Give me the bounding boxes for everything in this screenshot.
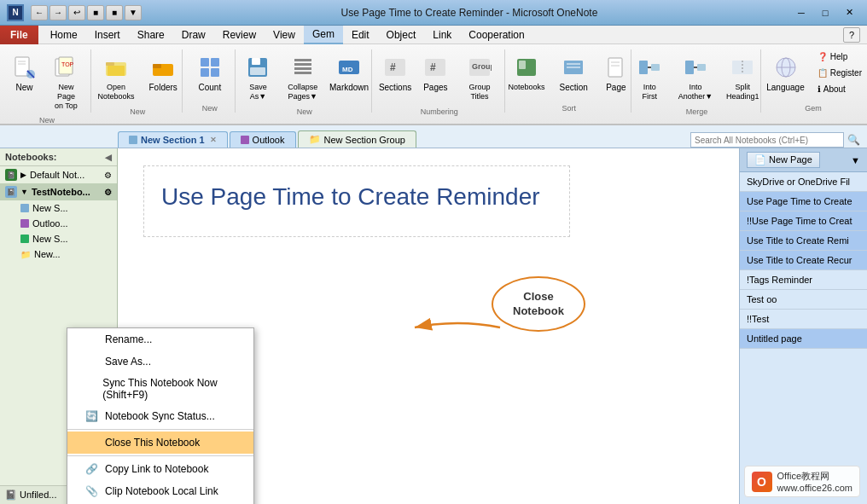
unfiled-icon: 📓 — [5, 490, 17, 500]
svg-point-3 — [26, 70, 35, 78]
svg-rect-14 — [201, 68, 209, 77]
page-sort-icon — [602, 54, 630, 81]
right-panel-item-use-title-recur[interactable]: Use Title to Create Recur — [740, 251, 867, 270]
split-heading1-button[interactable]: SplitHeading1 — [721, 49, 765, 106]
ctx-sync-now[interactable]: Sync This Notebook Now (Shift+F9) — [67, 373, 253, 405]
notebooks-sort-button[interactable]: Notebooks — [502, 49, 550, 96]
ctx-sync-status-label: Notebook Sync Status... — [105, 410, 215, 422]
sidebar-item-default[interactable]: 📓 ▶ Default Not... ⚙ — [0, 166, 117, 183]
ctx-clip-link[interactable]: 📎 Clip Notebook Local Link — [67, 480, 253, 502]
folders-button[interactable]: Folders — [143, 49, 183, 97]
new-page-button[interactable]: 📄 New Page — [747, 152, 820, 168]
section-sort-button[interactable]: Section — [554, 49, 594, 97]
review-menu[interactable]: Review — [214, 26, 265, 44]
collapse-pages-label: CollapsePages▼ — [288, 83, 317, 101]
maximize-button[interactable]: □ — [814, 4, 836, 21]
minimize-button[interactable]: ─ — [790, 4, 812, 21]
into-first-button[interactable]: Into First — [629, 49, 670, 106]
default-notebook-gear[interactable]: ⚙ — [104, 171, 112, 180]
ribbon-group-gem: Language ❓ Help 📋 Register ℹ — [763, 49, 864, 113]
draw-menu[interactable]: Draw — [173, 26, 214, 44]
pages-button[interactable]: # Pages — [418, 49, 454, 97]
outlook-section-label: Outloo... — [32, 218, 68, 229]
right-panel-item-use-page-time-2[interactable]: !!Use Page Time to Creat — [740, 211, 867, 231]
group-titles-button[interactable]: Group Group Titles — [456, 49, 503, 106]
right-panel-item-test-bang[interactable]: !!Test — [740, 310, 867, 329]
svg-text:#: # — [430, 61, 436, 73]
sidebar-item-new-group[interactable]: 📁 New... — [0, 246, 117, 262]
section-tab-new-section-1[interactable]: New Section 1 ✕ — [118, 131, 228, 148]
view-menu[interactable]: View — [265, 26, 304, 44]
undo-button[interactable]: ↩ — [68, 5, 85, 20]
section-tab-outlook[interactable]: Outlook — [230, 131, 296, 148]
right-panel-item-tags-reminder[interactable]: !Tags Reminder — [740, 270, 867, 290]
qat-dropdown[interactable]: ▼ — [125, 5, 142, 20]
split-heading1-label: SplitHeading1 — [726, 83, 759, 101]
right-panel-item-untitled[interactable]: Untitled page — [740, 329, 867, 349]
file-menu[interactable]: File — [0, 26, 38, 44]
right-panel: 📄 New Page ▼ SkyDrive or OneDrive Fil Us… — [739, 148, 867, 504]
section-tab-new-section-1-close[interactable]: ✕ — [210, 136, 217, 144]
right-panel-item-test-oo[interactable]: Test oo — [740, 290, 867, 310]
home-menu[interactable]: Home — [42, 26, 86, 44]
svg-rect-13 — [211, 58, 219, 67]
markdown-button[interactable]: MD Markdown — [325, 49, 373, 97]
share-menu[interactable]: Share — [129, 26, 173, 44]
help-question[interactable]: ? — [843, 27, 860, 43]
new-button[interactable]: New — [7, 49, 43, 97]
ctx-close-icon — [84, 436, 98, 449]
test-notebook-gear[interactable]: ⚙ — [104, 188, 112, 197]
gem-menu[interactable]: Gem — [304, 26, 343, 44]
close-button[interactable]: ✕ — [838, 4, 860, 21]
right-panel-item-use-page-time[interactable]: Use Page Time to Create — [740, 192, 867, 211]
new-page-on-top-button[interactable]: TOP New Pageon Top — [44, 49, 87, 114]
section-tab-outlook-label: Outlook — [253, 135, 285, 145]
link-menu[interactable]: Link — [424, 26, 460, 44]
back-button[interactable]: ← — [31, 5, 48, 20]
ctx-rename[interactable]: Rename... — [67, 328, 253, 350]
forward-button[interactable]: → — [49, 5, 67, 20]
search-input[interactable] — [690, 132, 844, 148]
ctx-save-as[interactable]: Save As... — [67, 350, 253, 373]
ctx-clip-link-icon: 📎 — [84, 484, 98, 498]
new-page-dropdown[interactable]: ▼ — [851, 155, 860, 165]
count-icon — [196, 54, 224, 81]
search-icon[interactable]: 🔍 — [847, 134, 860, 146]
object-menu[interactable]: Object — [378, 26, 425, 44]
collapse-pages-button[interactable]: CollapsePages▼ — [283, 49, 323, 106]
sections-button[interactable]: # Sections — [375, 49, 416, 97]
about-button[interactable]: ℹ About — [813, 82, 866, 96]
right-panel-item-skydrive[interactable]: SkyDrive or OneDrive Fil — [740, 172, 867, 192]
context-menu: Rename... Save As... Sync This Notebook … — [67, 327, 254, 504]
save-as-button[interactable]: Save As▼ — [236, 49, 281, 106]
right-panel-item-use-title-remi[interactable]: Use Title to Create Remi — [740, 231, 867, 251]
default-notebook-label: Default Not... — [30, 170, 84, 180]
sidebar-item-test-notebook[interactable]: 📓 ▼ TestNotebo... ⚙ — [0, 183, 117, 200]
register-icon: 📋 — [818, 68, 828, 78]
section-tabs-row: New Section 1 ✕ Outlook 📁 New Section Gr… — [0, 125, 867, 148]
edit-menu[interactable]: Edit — [343, 26, 378, 44]
register-button[interactable]: 📋 Register — [813, 66, 866, 80]
qat-btn1[interactable]: ■ — [87, 5, 104, 20]
new-section-2-label: New S... — [32, 234, 68, 244]
cooperation-menu[interactable]: Cooperation — [460, 26, 532, 44]
new-group-label: New... — [34, 249, 61, 259]
sidebar-collapse-toggle[interactable]: ◀ — [105, 153, 112, 162]
sidebar-item-new-section-2[interactable]: New S... — [0, 231, 117, 246]
qat-btn2[interactable]: ■ — [106, 5, 123, 20]
outlook-section-icon — [20, 219, 29, 228]
ctx-close-notebook[interactable]: Close This Notebook — [67, 432, 253, 454]
svg-rect-15 — [211, 68, 219, 77]
insert-menu[interactable]: Insert — [86, 26, 129, 44]
count-button[interactable]: Count — [190, 49, 230, 97]
language-button[interactable]: Language — [760, 49, 811, 97]
open-notebooks-button[interactable]: OpenNotebooks — [91, 49, 140, 106]
ctx-copy-link[interactable]: 🔗 Copy Link to Notebook — [67, 458, 253, 480]
help-button[interactable]: ❓ Help — [813, 49, 866, 64]
section-tab-new-section-group[interactable]: 📁 New Section Group — [298, 130, 416, 148]
sidebar-item-new-section[interactable]: New S... — [0, 200, 117, 216]
section-tab-outlook-icon — [241, 136, 249, 144]
sidebar-item-outlook-section[interactable]: Outloo... — [0, 216, 117, 231]
into-another-button[interactable]: IntoAnother▼ — [672, 49, 718, 106]
ctx-sync-status[interactable]: 🔄 Notebook Sync Status... — [67, 405, 253, 427]
